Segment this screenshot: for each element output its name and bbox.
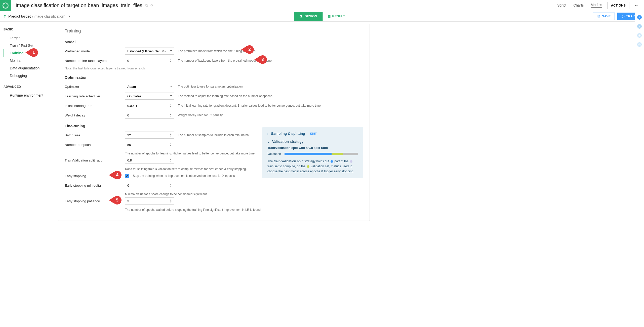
- sidebar-item-target[interactable]: Target: [4, 34, 58, 42]
- section-model: Model: [65, 40, 363, 44]
- save-icon: 🖫: [597, 14, 600, 18]
- dot-blue-icon: [331, 160, 333, 163]
- lr-label: Initial learning rate: [65, 104, 125, 108]
- tab-script[interactable]: Script: [557, 3, 566, 8]
- app-logo[interactable]: [0, 0, 11, 11]
- tab-charts[interactable]: Charts: [573, 3, 584, 8]
- layers-input[interactable]: [125, 57, 174, 64]
- sidebar-item-debugging[interactable]: Debugging: [4, 72, 58, 79]
- copy-icon[interactable]: ⧉: [145, 3, 148, 8]
- gear-icon: ⚙: [4, 14, 7, 18]
- back-arrow-icon[interactable]: ←: [634, 3, 639, 8]
- save-button[interactable]: 🖫SAVE: [593, 13, 615, 20]
- pretrained-label: Pretrained model: [65, 49, 125, 53]
- sidebar-item-training[interactable]: Training 1: [4, 49, 58, 57]
- split-label: Train/Validation split ratio: [65, 158, 125, 162]
- esp-label: Early stopping patience: [65, 199, 125, 203]
- dot-yellow-icon: [307, 165, 309, 168]
- optimizer-select[interactable]: Adam: [125, 83, 174, 90]
- rail-target-icon[interactable]: ◎: [637, 42, 642, 47]
- tab-models[interactable]: Models: [591, 3, 602, 8]
- model-note: Note: the last fully-connected layer is …: [65, 67, 363, 70]
- sidebar-item-metrics[interactable]: Metrics: [4, 57, 58, 64]
- play-icon: ▷: [622, 14, 624, 18]
- wd-label: Weight decay: [65, 113, 125, 117]
- esp-subhelp: The number of epochs waited before stopp…: [125, 207, 363, 213]
- layers-help: The number of backbone layers from the p…: [178, 59, 272, 62]
- result-tab[interactable]: ▦RESULT: [323, 12, 350, 21]
- rail-info-icon[interactable]: i: [637, 24, 642, 29]
- task-subtitle: (Image classification): [32, 14, 65, 18]
- rail-plus-icon[interactable]: +: [637, 15, 642, 20]
- info-body: The train/validation split strategy hold…: [267, 159, 358, 174]
- dot-gray-icon: [350, 160, 352, 163]
- sched-help: The method to adjust the learning rate b…: [178, 94, 363, 98]
- chevron-down-icon[interactable]: ⌄: [267, 140, 270, 144]
- info-header: Sampling & splitting: [271, 132, 305, 136]
- esd-input[interactable]: [125, 182, 174, 189]
- content-title: Training: [65, 28, 363, 34]
- chevron-right-icon[interactable]: ›: [267, 132, 268, 136]
- sidebar-basic-header: BASIC: [4, 28, 58, 31]
- validation-bar: [285, 153, 358, 155]
- batch-label: Batch size: [65, 133, 125, 137]
- es-label: Early stopping: [65, 174, 125, 178]
- info-strategy: Validation strategy: [272, 140, 303, 144]
- result-icon: ▦: [328, 14, 331, 18]
- wd-input[interactable]: [125, 112, 174, 119]
- info-edit-link[interactable]: EDIT: [310, 132, 317, 135]
- lr-input[interactable]: [125, 102, 174, 109]
- design-tab[interactable]: ⚗DESIGN: [294, 12, 323, 21]
- batch-input[interactable]: [125, 132, 174, 139]
- esp-input[interactable]: [125, 197, 174, 205]
- caret-down-icon[interactable]: ▼: [68, 15, 71, 18]
- sched-label: Learning rate scheduler: [65, 94, 125, 98]
- callout-1: 1: [29, 48, 38, 57]
- lr-help: The initial learning rate for gradient d…: [178, 104, 363, 107]
- epochs-label: Number of epochs: [65, 143, 125, 147]
- rail-chat-icon[interactable]: ◉: [637, 33, 642, 38]
- beaker-icon: ⚗: [300, 14, 303, 18]
- pretrained-select[interactable]: Balanced (EfficientNet B4): [125, 48, 174, 55]
- split-input[interactable]: [125, 157, 174, 164]
- layers-label: Number of fine-tuned layers: [65, 59, 125, 63]
- es-help: Stop the training when no improvement is…: [133, 174, 235, 178]
- optimizer-help: The optimizer to use for parameters opti…: [178, 85, 363, 88]
- actions-button[interactable]: ACTIONS: [607, 2, 630, 9]
- sidebar-item-dataaug[interactable]: Data augmentation: [4, 64, 58, 72]
- epochs-input[interactable]: [125, 141, 174, 148]
- sidebar-item-runtime[interactable]: Runtime environment: [4, 92, 58, 99]
- sidebar-item-traintest[interactable]: Train / Test Set: [4, 42, 58, 49]
- validation-label: Validation: [267, 152, 281, 156]
- sched-select[interactable]: On plateau: [125, 93, 174, 100]
- info-panel: › Sampling & splitting EDIT ⌄ Validation…: [262, 127, 363, 178]
- refresh-icon[interactable]: ⟳: [150, 3, 153, 8]
- es-checkbox[interactable]: [125, 174, 129, 178]
- page-title: Image classification of target on bean_i…: [16, 3, 142, 8]
- esd-label: Early stopping min delta: [65, 184, 125, 187]
- pretrained-help: The pretrained model from which the fine…: [178, 49, 256, 53]
- task-title: Predict target: [8, 14, 31, 18]
- info-bold: Train/validation split with a 0.8 split …: [267, 146, 358, 150]
- section-optim: Optimization: [65, 75, 363, 79]
- wd-help: Weight decay used for L2 penalty: [178, 113, 363, 117]
- esd-subhelp: Minimal value for a score change to be c…: [125, 191, 363, 197]
- sidebar-advanced-header: ADVANCED: [4, 85, 58, 89]
- optimizer-label: Optimizer: [65, 85, 125, 89]
